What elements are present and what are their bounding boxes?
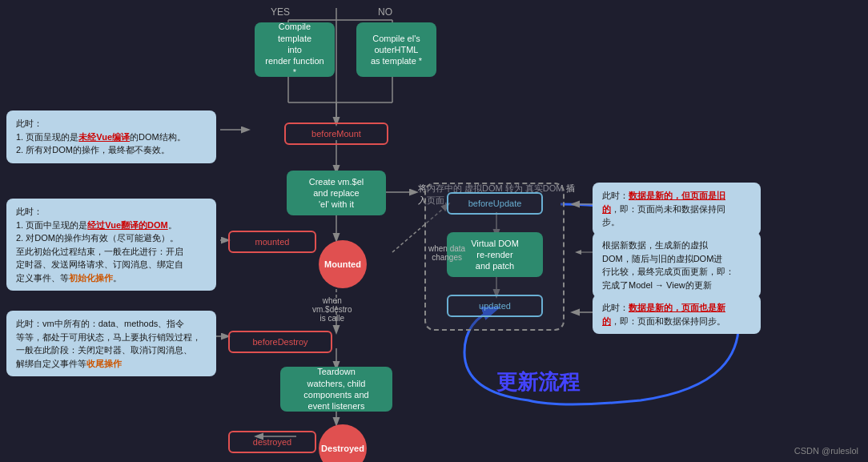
destroyed-box: destroyed — [228, 431, 316, 453]
teardown-box: Teardown watchers, child components and … — [280, 367, 392, 412]
updated-bottom-info: 此时：数据是新的，页面也是新 的，即：页面和数据保持同步。 — [593, 295, 761, 334]
before-mount-info: 此时： 1. 页面呈现的是未经Vue编译的DOM结构。 2. 所有对DOM的操作… — [6, 110, 216, 163]
compile-template-box: Compile template into render function * — [255, 22, 335, 77]
diagram-container: YES NO Compile template into render func… — [0, 0, 868, 462]
updated-desc-info: 根据新数据，生成新的虚拟 DOM，随后与旧的虚拟DOM进 行比较，最终完成页面更… — [593, 232, 761, 298]
before-destroy-info: 此时：vm中所有的：data、methods、指令 等等，都处于可用状态，马上要… — [6, 311, 216, 376]
mounted-box: mounted — [228, 231, 316, 253]
before-update-info: 此时：数据是新的，但页面是旧 的，即：页面尚未和数据保持同 步。 — [593, 183, 761, 235]
create-vm-box: Create vm.$el and replace 'el' with it — [287, 171, 386, 215]
yes-label: YES — [271, 6, 290, 18]
update-flow-label: 更新流程 — [496, 368, 580, 396]
destroyed-circle: Destroyed — [319, 424, 367, 462]
no-label: NO — [378, 6, 392, 18]
mounted-info: 此时： 1. 页面中呈现的是经过Vue翻译的DOM。 2. 对DOM的操作均有效… — [6, 199, 216, 291]
when-data-changes-label: when data changes — [428, 244, 465, 262]
before-destroy-box: beforeDestroy — [228, 331, 332, 353]
updated-box: updated — [447, 295, 543, 317]
before-update-box: beforeUpdate — [447, 192, 543, 215]
when-vm-destroyed-label: when vm.$destro is calle — [312, 296, 352, 323]
watermark: CSDN @ruleslol — [794, 446, 858, 456]
before-mount-box: beforeMount — [284, 123, 388, 145]
compile-el-box: Compile el's outerHTML as template * — [356, 22, 436, 77]
mounted-circle: Mounted — [319, 240, 367, 288]
